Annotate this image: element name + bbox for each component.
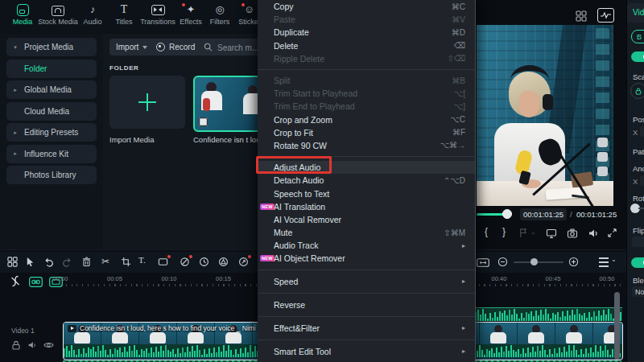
waveform-bar [194,351,196,357]
menu-item-shortcut: ⌘D [452,28,465,37]
waveform-bar [535,352,536,357]
layout-grid-icon[interactable] [576,10,587,22]
expander-icon: ▸ [6,150,24,157]
select-tool-icon[interactable] [25,257,36,268]
menu-item-mute[interactable]: Mute⇧⌘M [258,226,475,239]
blend-mode-select[interactable]: No [632,286,644,297]
waveform-bar [559,348,560,357]
menu-item-copy[interactable]: Copy⌘C [258,0,475,13]
mirror-display-icon[interactable] [546,228,557,239]
color-wheel-icon[interactable] [218,257,229,268]
mask-icon[interactable] [158,257,169,268]
flip-button[interactable] [632,237,644,247]
compositing-toggle[interactable] [631,257,644,268]
menu-item-ai-translation[interactable]: NEWAI Translation [258,200,475,213]
chroma-key-icon[interactable] [180,257,191,268]
chevron-down-icon[interactable]: ⌄ [611,256,622,267]
waveform-bar [530,311,532,321]
chevron-down-icon[interactable]: ⌄ [530,228,536,236]
waveform-bar [601,315,602,321]
menu-item-speech-to-text[interactable]: Speech to Text [258,187,475,200]
snapshot-camera-icon[interactable] [567,228,578,239]
fullscreen-icon[interactable] [607,228,617,238]
timeline-zoom-knob[interactable] [530,258,538,265]
volume-icon[interactable] [588,228,599,239]
audio-clip-waveform[interactable] [475,307,622,321]
menu-item-rotate-90-cw[interactable]: Rotate 90 CW⌥⌘→ [258,139,475,152]
menu-item-delete[interactable]: Delete⌫ [258,39,475,52]
menu-item-audio-track[interactable]: Audio Track▸ [258,239,475,252]
track-lock-icon[interactable] [11,340,21,350]
waveform-bar [242,353,244,357]
redo-icon[interactable] [62,257,73,268]
text-tool-icon[interactable]: T. [138,255,150,266]
menu-item-crop-to-fit[interactable]: Crop to Fit⌘F [258,126,475,139]
delete-trash-icon[interactable] [81,257,93,268]
track-visibility-icon[interactable] [43,340,54,350]
import-media-card[interactable] [109,76,185,129]
speed-clock-icon[interactable] [199,257,210,268]
sidebar-item-global-media[interactable]: ▸Global Media [6,80,97,99]
red-highlight-annotation [256,156,332,174]
menu-item-speed[interactable]: Speed▸ [258,274,475,289]
toolbox-grid-icon[interactable] [7,257,19,268]
sidebar-item-editing-presets[interactable]: ▸Editing Presets [6,123,97,142]
menu-item-reverse[interactable]: Reverse [258,298,475,312]
menu-item-ai-vocal-remover[interactable]: AI Vocal Remover [258,213,475,226]
progress-handle[interactable] [502,209,512,219]
sidebar-item-project-media[interactable]: ▾Project Media [6,38,97,56]
waveform-bar [586,318,588,321]
record-icon [156,43,165,51]
waveform-bar [588,353,589,357]
waveform-bar [180,353,181,357]
video-frame [477,25,613,206]
menu-item-effect-filter[interactable]: Effect&Filter▸ [258,321,475,335]
waveform-bar [520,354,522,357]
timeline-scrollbar[interactable] [614,292,620,360]
timeline-zoom-slider[interactable] [514,261,564,263]
anchor-x-field[interactable] [640,175,644,186]
track-label: Video 1 [11,327,35,335]
waveform-bar [124,347,126,357]
menu-item-crop-and-zoom[interactable]: Crop and Zoom⌥C [258,113,475,126]
menu-item-detach-audio[interactable]: Detach Audio⌃⌥D [258,174,475,187]
transform-toggle[interactable] [631,51,644,62]
position-x-field[interactable] [640,126,644,137]
sidebar-item-photos-library[interactable]: Photos Library [6,166,97,184]
tab-label: Titles [115,18,132,26]
menu-item-shortcut: ⌥] [454,102,465,111]
basic-subtab[interactable]: B [631,30,644,43]
menu-item-smart-edit-tool[interactable]: Smart Edit Tool▸ [258,344,475,359]
undo-icon[interactable] [43,257,55,268]
import-button[interactable]: Import [109,39,154,56]
mark-out-button[interactable]: } [502,226,506,237]
scale-lock-circle[interactable] [630,83,644,99]
fit-timeline-icon[interactable] [477,258,488,269]
sidebar-item-influence-kit[interactable]: ▸Influence Kit [6,145,97,163]
mark-in-button[interactable]: { [485,226,488,237]
import-button-label: Import [116,43,138,51]
waveform-bar [225,351,227,357]
sidebar-item-label: Folder [24,64,47,73]
menu-item-duplicate[interactable]: Duplicate⌘D [258,26,475,39]
split-scissors-icon[interactable]: ✂ [101,256,113,267]
motion-tracking-icon[interactable] [238,257,250,268]
zoom-in-icon[interactable] [568,257,580,268]
rotate-slider-track[interactable] [638,208,644,209]
sidebar-item-cloud-media[interactable]: Cloud Media [6,102,97,121]
waveform-bar [573,345,575,357]
sidebar-item-folder[interactable]: Folder [6,60,97,78]
crop-icon[interactable] [121,257,132,268]
total-time: 00:01:01:25 [576,210,617,219]
track-mute-icon[interactable] [27,340,37,350]
waveform-bar [603,310,605,321]
waveform-bar [610,314,612,321]
media-icon [17,4,29,16]
waveform-bar [187,347,188,357]
track-manager-icon[interactable] [599,257,609,268]
menu-item-ai-object-remover[interactable]: NEWAI Object Remover [258,252,475,265]
audio-meter-icon[interactable] [597,8,614,23]
zoom-out-icon[interactable] [497,257,509,268]
waveform-bar [146,348,147,357]
marker-flag-icon[interactable] [518,228,529,238]
